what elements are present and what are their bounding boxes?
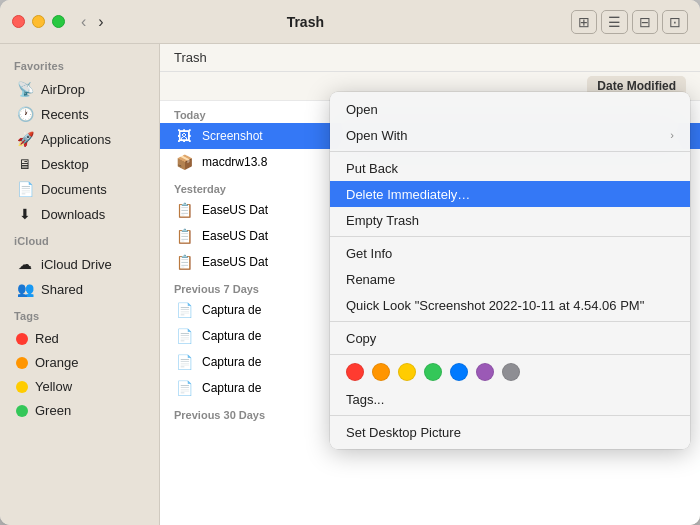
sidebar-item-label: Shared xyxy=(41,282,83,297)
menu-separator xyxy=(330,236,690,237)
tag-color-blue[interactable] xyxy=(450,363,468,381)
minimize-button[interactable] xyxy=(32,15,45,28)
close-button[interactable] xyxy=(12,15,25,28)
maximize-button[interactable] xyxy=(52,15,65,28)
context-menu-rename-label: Rename xyxy=(346,272,395,287)
green-tag-dot xyxy=(16,405,28,417)
finder-window: ‹ › Trash ⊞ ☰ ⊟ ⊡ Favorites 📡 AirDrop 🕐 … xyxy=(0,0,700,525)
sidebar-item-label: Red xyxy=(35,331,59,346)
view-buttons: ⊞ ☰ ⊟ ⊡ xyxy=(571,10,688,34)
content-header: Trash xyxy=(160,44,700,72)
sidebar-item-label: Yellow xyxy=(35,379,72,394)
sidebar-item-tag-green[interactable]: Green xyxy=(4,399,155,422)
main-area: Favorites 📡 AirDrop 🕐 Recents 🚀 Applicat… xyxy=(0,44,700,525)
chevron-right-icon: › xyxy=(670,129,674,141)
tag-color-red[interactable] xyxy=(346,363,364,381)
context-menu-open-with-label: Open With xyxy=(346,128,407,143)
sidebar-item-tag-red[interactable]: Red xyxy=(4,327,155,350)
column-view-button[interactable]: ⊟ xyxy=(632,10,658,34)
context-menu-put-back[interactable]: Put Back xyxy=(330,155,690,181)
context-menu-copy[interactable]: Copy xyxy=(330,325,690,351)
context-menu-set-desktop-picture[interactable]: Set Desktop Picture xyxy=(330,419,690,445)
sidebar-item-label: Orange xyxy=(35,355,78,370)
red-tag-dot xyxy=(16,333,28,345)
menu-separator xyxy=(330,321,690,322)
list-view-button[interactable]: ☰ xyxy=(601,10,628,34)
sidebar-item-applications[interactable]: 🚀 Applications xyxy=(4,127,155,151)
tags-section-label: Tags xyxy=(0,302,159,326)
file-icon: 📋 xyxy=(174,228,194,244)
breadcrumb: Trash xyxy=(174,50,207,65)
grid-view-button[interactable]: ⊞ xyxy=(571,10,597,34)
context-menu-copy-label: Copy xyxy=(346,331,376,346)
tag-color-orange[interactable] xyxy=(372,363,390,381)
sidebar-item-shared[interactable]: 👥 Shared xyxy=(4,277,155,301)
gallery-view-button[interactable]: ⊡ xyxy=(662,10,688,34)
back-button[interactable]: ‹ xyxy=(77,11,90,33)
sidebar-item-label: Recents xyxy=(41,107,89,122)
context-menu-open[interactable]: Open xyxy=(330,96,690,122)
sidebar: Favorites 📡 AirDrop 🕐 Recents 🚀 Applicat… xyxy=(0,44,160,525)
context-menu: Open Open With › Put Back Delete Immedia… xyxy=(330,92,690,449)
context-menu-tags-label: Tags... xyxy=(346,392,384,407)
sidebar-item-label: Downloads xyxy=(41,207,105,222)
orange-tag-dot xyxy=(16,357,28,369)
context-menu-empty-trash[interactable]: Empty Trash xyxy=(330,207,690,233)
menu-separator xyxy=(330,415,690,416)
context-menu-delete-immediately-label: Delete Immediately… xyxy=(346,187,470,202)
context-menu-open-with[interactable]: Open With › xyxy=(330,122,690,148)
sidebar-item-label: iCloud Drive xyxy=(41,257,112,272)
icloud-section-label: iCloud xyxy=(0,227,159,251)
sidebar-item-airdrop[interactable]: 📡 AirDrop xyxy=(4,77,155,101)
icloud-drive-icon: ☁ xyxy=(16,256,34,272)
file-icon: 📄 xyxy=(174,380,194,396)
sidebar-item-label: Desktop xyxy=(41,157,89,172)
file-content-area: Trash Date Modified Today 🖼 Screenshot 📦… xyxy=(160,44,700,525)
context-menu-empty-trash-label: Empty Trash xyxy=(346,213,419,228)
sidebar-item-desktop[interactable]: 🖥 Desktop xyxy=(4,152,155,176)
airdrop-icon: 📡 xyxy=(16,81,34,97)
sidebar-item-documents[interactable]: 📄 Documents xyxy=(4,177,155,201)
context-menu-quick-look[interactable]: Quick Look "Screenshot 2022-10-11 at 4.5… xyxy=(330,292,690,318)
menu-separator xyxy=(330,354,690,355)
tag-color-purple[interactable] xyxy=(476,363,494,381)
desktop-icon: 🖥 xyxy=(16,156,34,172)
context-menu-quick-look-label: Quick Look "Screenshot 2022-10-11 at 4.5… xyxy=(346,298,644,313)
sidebar-item-label: Documents xyxy=(41,182,107,197)
file-icon: 📄 xyxy=(174,328,194,344)
context-menu-rename[interactable]: Rename xyxy=(330,266,690,292)
file-icon: 📦 xyxy=(174,154,194,170)
recents-icon: 🕐 xyxy=(16,106,34,122)
title-bar: ‹ › Trash ⊞ ☰ ⊟ ⊡ xyxy=(0,0,700,44)
sidebar-item-recents[interactable]: 🕐 Recents xyxy=(4,102,155,126)
applications-icon: 🚀 xyxy=(16,131,34,147)
context-menu-get-info-label: Get Info xyxy=(346,246,392,261)
context-menu-put-back-label: Put Back xyxy=(346,161,398,176)
tag-color-yellow[interactable] xyxy=(398,363,416,381)
window-title: Trash xyxy=(120,14,491,30)
context-menu-delete-immediately[interactable]: Delete Immediately… xyxy=(330,181,690,207)
context-menu-tag-colors xyxy=(330,358,690,386)
forward-button[interactable]: › xyxy=(94,11,107,33)
shared-icon: 👥 xyxy=(16,281,34,297)
file-icon: 📄 xyxy=(174,354,194,370)
file-icon: 📄 xyxy=(174,302,194,318)
sidebar-item-label: AirDrop xyxy=(41,82,85,97)
file-icon: 📋 xyxy=(174,254,194,270)
file-icon: 🖼 xyxy=(174,128,194,144)
context-menu-tags[interactable]: Tags... xyxy=(330,386,690,412)
favorites-section-label: Favorites xyxy=(0,52,159,76)
sidebar-item-icloud-drive[interactable]: ☁ iCloud Drive xyxy=(4,252,155,276)
context-menu-get-info[interactable]: Get Info xyxy=(330,240,690,266)
yellow-tag-dot xyxy=(16,381,28,393)
sidebar-item-downloads[interactable]: ⬇ Downloads xyxy=(4,202,155,226)
tag-color-gray[interactable] xyxy=(502,363,520,381)
sidebar-item-tag-orange[interactable]: Orange xyxy=(4,351,155,374)
sidebar-item-tag-yellow[interactable]: Yellow xyxy=(4,375,155,398)
tag-color-green[interactable] xyxy=(424,363,442,381)
menu-separator xyxy=(330,151,690,152)
sidebar-item-label: Green xyxy=(35,403,71,418)
nav-buttons: ‹ › xyxy=(77,11,108,33)
context-menu-open-label: Open xyxy=(346,102,378,117)
sidebar-item-label: Applications xyxy=(41,132,111,147)
